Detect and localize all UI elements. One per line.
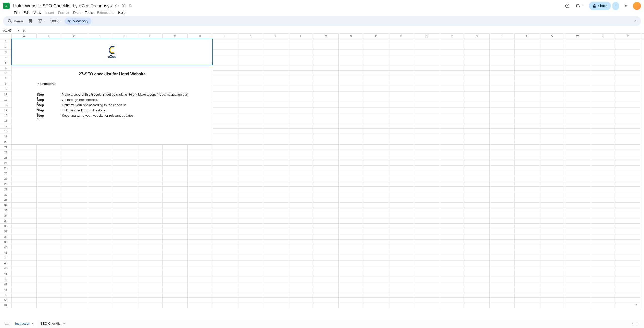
cell-O32[interactable] <box>364 203 389 208</box>
cell-V10[interactable] <box>540 86 565 92</box>
cell-V11[interactable] <box>540 92 565 97</box>
cell-G24[interactable] <box>163 160 188 166</box>
cell-D17[interactable] <box>87 123 112 129</box>
cell-H42[interactable] <box>188 255 213 261</box>
cell-E41[interactable] <box>112 250 137 255</box>
cell-C29[interactable] <box>62 187 87 192</box>
cell-F44[interactable] <box>137 266 163 271</box>
row-header-35[interactable]: 35 <box>0 218 12 224</box>
cell-V24[interactable] <box>540 160 565 166</box>
cell-D1[interactable] <box>87 39 112 44</box>
cell-R27[interactable] <box>439 176 464 181</box>
cell-C46[interactable] <box>62 276 87 282</box>
cell-G23[interactable] <box>163 155 188 160</box>
cell-O18[interactable] <box>364 129 389 134</box>
cell-Q1[interactable] <box>414 39 439 44</box>
cell-U44[interactable] <box>515 266 540 271</box>
cell-L44[interactable] <box>288 266 313 271</box>
cell-Q11[interactable] <box>414 92 439 97</box>
cell-J5[interactable] <box>238 60 263 65</box>
cell-N6[interactable] <box>339 65 364 71</box>
cell-W29[interactable] <box>565 187 590 192</box>
cell-N11[interactable] <box>339 92 364 97</box>
cell-N20[interactable] <box>339 139 364 145</box>
cell-E8[interactable] <box>112 76 137 81</box>
cell-E15[interactable] <box>112 113 137 118</box>
cell-D12[interactable] <box>87 97 112 102</box>
cell-Q2[interactable] <box>414 44 439 50</box>
cell-M41[interactable] <box>313 250 339 255</box>
cell-H37[interactable] <box>188 229 213 234</box>
cell-G43[interactable] <box>163 261 188 266</box>
cell-T22[interactable] <box>490 150 515 155</box>
cell-T4[interactable] <box>490 55 515 60</box>
row-header-34[interactable]: 34 <box>0 213 12 218</box>
cell-S14[interactable] <box>464 108 490 113</box>
cell-L36[interactable] <box>288 224 313 229</box>
cell-D41[interactable] <box>87 250 112 255</box>
row-header-11[interactable]: 11 <box>0 92 12 97</box>
cell-U21[interactable] <box>515 145 540 150</box>
cell-P20[interactable] <box>389 139 414 145</box>
cell-X33[interactable] <box>590 208 615 213</box>
cell-U40[interactable] <box>515 245 540 250</box>
cell-M47[interactable] <box>313 282 339 287</box>
cell-P34[interactable] <box>389 213 414 218</box>
cell-X2[interactable] <box>590 44 615 50</box>
cell-W39[interactable] <box>565 240 590 245</box>
cell-B50[interactable] <box>37 298 62 303</box>
cell-K44[interactable] <box>263 266 288 271</box>
cell-T43[interactable] <box>490 261 515 266</box>
cell-G27[interactable] <box>163 176 188 181</box>
cell-M26[interactable] <box>313 171 339 176</box>
cell-D33[interactable] <box>87 208 112 213</box>
cell-Q16[interactable] <box>414 118 439 123</box>
cell-P24[interactable] <box>389 160 414 166</box>
cell-V2[interactable] <box>540 44 565 50</box>
cell-D29[interactable] <box>87 187 112 192</box>
cell-M20[interactable] <box>313 139 339 145</box>
cell-D14[interactable] <box>87 108 112 113</box>
cell-O5[interactable] <box>364 60 389 65</box>
cell-K11[interactable] <box>263 92 288 97</box>
cell-Y1[interactable] <box>615 39 640 44</box>
cell-F31[interactable] <box>137 197 163 203</box>
cell-U14[interactable] <box>515 108 540 113</box>
cell-G25[interactable] <box>163 166 188 171</box>
cell-T30[interactable] <box>490 192 515 197</box>
cell-V23[interactable] <box>540 155 565 160</box>
cell-N45[interactable] <box>339 271 364 276</box>
cell-E31[interactable] <box>112 197 137 203</box>
name-box[interactable] <box>2 28 16 33</box>
cell-W18[interactable] <box>565 129 590 134</box>
cell-P46[interactable] <box>389 276 414 282</box>
cell-O35[interactable] <box>364 218 389 224</box>
cell-R23[interactable] <box>439 155 464 160</box>
cell-R36[interactable] <box>439 224 464 229</box>
cell-A47[interactable] <box>12 282 37 287</box>
cell-R14[interactable] <box>439 108 464 113</box>
cell-V46[interactable] <box>540 276 565 282</box>
cell-T35[interactable] <box>490 218 515 224</box>
cell-K26[interactable] <box>263 171 288 176</box>
cell-S29[interactable] <box>464 187 490 192</box>
cell-U25[interactable] <box>515 166 540 171</box>
cell-W11[interactable] <box>565 92 590 97</box>
cell-G47[interactable] <box>163 282 188 287</box>
cell-U30[interactable] <box>515 192 540 197</box>
cell-K28[interactable] <box>263 181 288 187</box>
cell-M31[interactable] <box>313 197 339 203</box>
cell-G50[interactable] <box>163 298 188 303</box>
cell-B49[interactable] <box>37 292 62 298</box>
cell-X45[interactable] <box>590 271 615 276</box>
cell-E3[interactable] <box>112 50 137 55</box>
cell-J2[interactable] <box>238 44 263 50</box>
cell-L1[interactable] <box>288 39 313 44</box>
search-menus[interactable]: Menus <box>6 18 25 24</box>
cell-Q22[interactable] <box>414 150 439 155</box>
menu-help[interactable]: Help <box>116 10 127 15</box>
cell-K32[interactable] <box>263 203 288 208</box>
cell-Y22[interactable] <box>615 150 640 155</box>
cell-R31[interactable] <box>439 197 464 203</box>
cell-F13[interactable] <box>137 102 163 108</box>
